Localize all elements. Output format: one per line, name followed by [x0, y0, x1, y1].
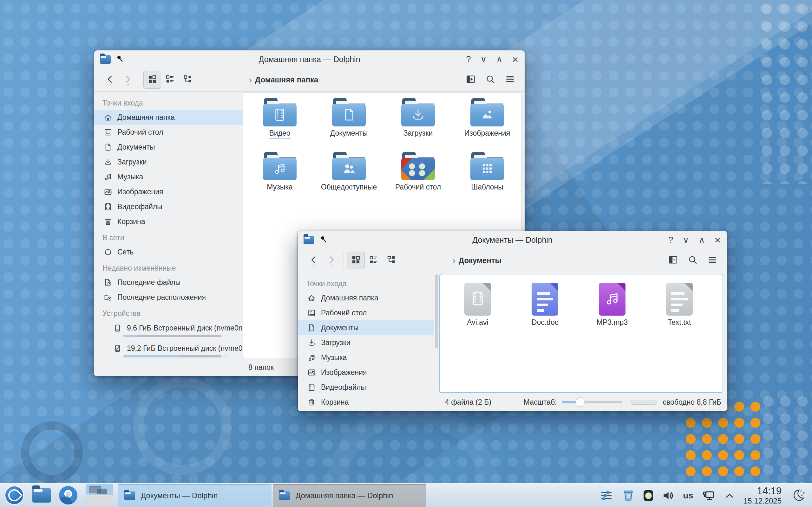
split-view-button[interactable] [664, 251, 682, 269]
do-not-disturb-icon[interactable]: z z z [790, 487, 806, 504]
back-button[interactable] [101, 71, 119, 89]
compact-view-button[interactable] [365, 251, 383, 269]
status-bar: 4 файла (2 Б) Масштаб: свободно 8,8 ГиБ [439, 394, 723, 411]
sidebar-item-video[interactable]: Видеофайлы [298, 380, 434, 395]
sidebar-item-home[interactable]: Домашняя папка [298, 291, 434, 305]
icons-view-button[interactable] [143, 71, 161, 89]
task-button-home[interactable]: Домашняя папка — Dolphin [273, 484, 426, 507]
breadcrumb-location[interactable]: Документы [459, 256, 502, 265]
sidebar-item-image[interactable]: Изображения [94, 184, 243, 199]
pager-desktop-2[interactable] [86, 496, 113, 507]
sidebar-item-label: Видеофайлы [321, 383, 366, 392]
audio-mixer-icon[interactable] [600, 489, 613, 502]
folder-icon [470, 98, 504, 126]
volume-icon[interactable] [661, 489, 675, 502]
split-view-button[interactable] [462, 71, 479, 89]
sidebar-item-trash[interactable]: Корзина [298, 395, 434, 410]
breadcrumb[interactable]: › Документы [452, 255, 502, 266]
sidebar-item-label: Последние расположения [117, 293, 206, 302]
network-icon [104, 248, 112, 257]
icons-view-button[interactable] [347, 251, 365, 269]
zoom-slider[interactable] [562, 401, 622, 403]
pager-desktop-1[interactable] [86, 484, 113, 495]
sidebar-item-document[interactable]: Документы [94, 140, 243, 155]
sidebar-section-header: Точки входа [94, 95, 243, 110]
file-item-4[interactable]: Text.txt [646, 283, 713, 327]
folder-item-6[interactable]: Общедоступные [314, 152, 384, 191]
sidebar-item-document[interactable]: Документы [298, 320, 434, 335]
folder-item-8[interactable]: Шаблоны [453, 152, 521, 191]
sidebar-item-label: Домашняя папка [321, 294, 378, 302]
menu-button[interactable] [704, 251, 721, 269]
close-button[interactable]: × [714, 234, 721, 245]
sidebar-item-music[interactable]: Музыка [298, 350, 434, 365]
sidebar-item-desktop[interactable]: Рабочий стол [298, 305, 434, 320]
maximize-button[interactable]: ∧ [496, 55, 502, 64]
file-item-3[interactable]: MP3.mp3 [578, 283, 646, 328]
folder-item-3[interactable]: Загрузки [384, 98, 453, 137]
browser-launcher[interactable] [59, 486, 78, 504]
sidebar-item-network[interactable]: Сеть [94, 245, 243, 260]
sidebar-item-recent-file[interactable]: Последние файлы [94, 275, 243, 290]
minimize-button[interactable]: ∨ [683, 236, 689, 244]
titlebar[interactable]: Документы — Dolphin ? ∨ ∧ × [298, 231, 727, 249]
compact-view-button[interactable] [161, 71, 179, 89]
details-view-button[interactable] [179, 71, 197, 89]
sidebar-item-recent-location[interactable]: Последние расположения [94, 290, 243, 305]
close-button[interactable]: × [512, 54, 518, 65]
sidebar-item-trash[interactable]: Корзина [94, 214, 243, 229]
expand-tray-icon[interactable] [724, 490, 735, 501]
wired-network-icon[interactable] [702, 489, 716, 503]
details-view-button[interactable] [383, 251, 400, 269]
zoom-slider-handle[interactable] [575, 397, 585, 407]
application-launcher-button[interactable] [4, 486, 24, 505]
search-button[interactable] [684, 251, 702, 269]
help-button[interactable]: ? [669, 236, 673, 244]
maximize-button[interactable]: ∧ [699, 236, 705, 244]
trash-icon[interactable] [621, 489, 635, 503]
sidebar-item-label: Документы [321, 324, 359, 332]
file-view[interactable]: Avi.aviDoc.docMP3.mp3Text.txt [439, 274, 723, 393]
digital-clock[interactable]: 14:19 15.12.2025 [744, 486, 781, 505]
breadcrumb-location[interactable]: Домашняя папка [255, 75, 318, 84]
sidebar-item-disk[interactable]: 9,6 ГиБ Встроенный диск (nvme0n… [94, 320, 243, 341]
help-button[interactable]: ? [466, 55, 471, 64]
download-icon [104, 158, 112, 166]
titlebar[interactable]: Домашняя папка — Dolphin ? ∨ ∧ × [94, 50, 525, 68]
sidebar-item-download[interactable]: Загрузки [94, 155, 243, 170]
folder-item-2[interactable]: Документы [314, 98, 384, 137]
file-manager-launcher[interactable] [32, 488, 51, 503]
back-button[interactable] [305, 251, 322, 269]
search-button[interactable] [481, 71, 499, 89]
sidebar-item-image[interactable]: Изображения [298, 365, 434, 380]
sidebar-scrollbar[interactable] [434, 273, 439, 411]
file-item-1[interactable]: Avi.avi [444, 283, 511, 327]
sidebar-item-label: Изображения [321, 368, 367, 377]
breadcrumb[interactable]: › Домашняя папка [249, 74, 318, 85]
folder-item-5[interactable]: Музыка [245, 152, 314, 191]
folder-label: Шаблоны [471, 183, 503, 191]
folder-item-1[interactable]: Видео [245, 98, 314, 139]
task-button-documents[interactable]: Документы — Dolphin [118, 484, 271, 507]
sidebar-item-home[interactable]: Домашняя папка [94, 110, 243, 125]
minimize-button[interactable]: ∨ [480, 55, 487, 64]
folder-item-4[interactable]: Изображения [453, 98, 521, 137]
forward-button[interactable] [322, 251, 340, 269]
svg-text:z: z [801, 493, 803, 496]
status-indicator-icon[interactable] [644, 490, 653, 501]
file-item-2[interactable]: Doc.doc [511, 283, 578, 327]
sidebar-item-music[interactable]: Музыка [94, 170, 243, 184]
keyboard-layout-indicator[interactable]: us [683, 491, 693, 501]
folder-item-7[interactable]: Рабочий стол [384, 152, 453, 191]
sidebar-item-desktop[interactable]: Рабочий стол [94, 125, 243, 140]
scrollbar-thumb[interactable] [435, 274, 438, 348]
breadcrumb-chevron-icon: › [249, 74, 252, 85]
sidebar-item-disk2[interactable]: 19,2 ГиБ Встроенный диск (nvme0… [94, 341, 243, 361]
disk-icon [113, 324, 122, 332]
menu-button[interactable] [501, 71, 519, 89]
virtual-desktop-pager[interactable] [86, 484, 113, 506]
sidebar-item-video[interactable]: Видеофайлы [94, 199, 243, 214]
file-icon [666, 283, 693, 316]
forward-button[interactable] [119, 71, 137, 89]
sidebar-item-download[interactable]: Загрузки [298, 335, 434, 350]
